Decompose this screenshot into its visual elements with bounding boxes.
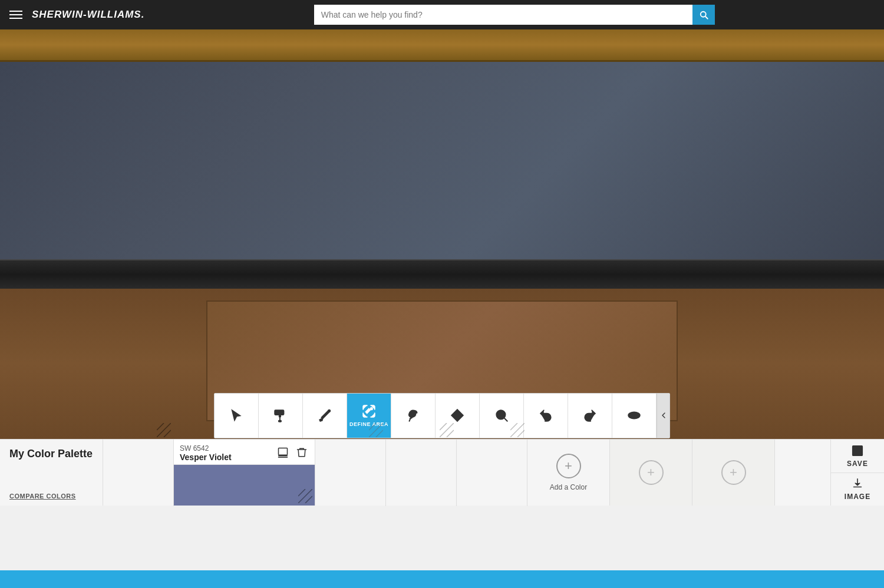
upper-cabinets — [0, 29, 884, 62]
save-label: SAVE — [847, 460, 868, 468]
swatch-delete-button[interactable] — [295, 445, 309, 461]
bottom-bar — [0, 570, 884, 588]
svg-point-6 — [632, 414, 636, 418]
swatch-name: Vesper Violet — [180, 452, 232, 462]
active-color-swatch[interactable]: SW 6542 Vesper Violet — [174, 440, 315, 506]
kitchen-scene — [0, 29, 884, 439]
svg-rect-8 — [853, 446, 863, 456]
swatch-pattern-1 — [157, 423, 171, 437]
swatch-action-icons — [276, 445, 309, 461]
palette-label-section: My Color Palette COMPARE COLORS — [0, 440, 103, 506]
search-input[interactable] — [314, 5, 692, 25]
swatch-code: SW 6542 — [180, 444, 272, 452]
compare-colors-button[interactable]: COMPARE COLORS — [9, 493, 93, 500]
undo-button[interactable] — [524, 394, 568, 438]
color-swatch-5[interactable] — [457, 440, 527, 506]
active-swatch-info: SW 6542 Vesper Violet — [180, 444, 272, 462]
search-bar — [314, 5, 715, 25]
image-label: IMAGE — [845, 493, 870, 501]
swatch-pattern-4 — [440, 423, 454, 437]
svg-rect-7 — [279, 448, 288, 455]
svg-rect-1 — [279, 421, 281, 422]
save-button[interactable]: SAVE — [831, 440, 884, 473]
palette-bar: My Color Palette COMPARE COLORS SW 6542 … — [0, 439, 884, 506]
wall — [0, 29, 884, 277]
svg-rect-0 — [275, 410, 283, 415]
color-swatch-1[interactable] — [103, 440, 174, 506]
active-swatch-color-block — [174, 465, 315, 506]
svg-point-3 — [371, 408, 372, 409]
swatch-layers-button[interactable] — [276, 445, 290, 461]
select-tool-button[interactable] — [215, 394, 259, 438]
palette-actions: SAVE IMAGE — [830, 440, 884, 506]
swatch-pattern-3 — [369, 423, 383, 437]
hamburger-icon — [9, 11, 22, 19]
active-swatch-header: SW 6542 Vesper Violet — [174, 440, 315, 465]
main-image-area: DEFINE AREA — [0, 29, 884, 439]
redo-button[interactable] — [568, 394, 612, 438]
paint-roller-button[interactable] — [259, 394, 303, 438]
color-swatch-3[interactable] — [315, 440, 386, 506]
collapse-button[interactable] — [657, 394, 669, 438]
add-color-circle-1: + — [556, 454, 581, 478]
svg-point-2 — [328, 410, 330, 412]
header: Sherwin-Williams. — [0, 0, 884, 29]
add-color-label-1: Add a Color — [550, 483, 587, 491]
eyedropper-button[interactable] — [303, 394, 347, 438]
hamburger-menu-button[interactable] — [9, 11, 22, 19]
active-swatch-pattern — [298, 489, 312, 503]
add-color-button-1[interactable]: + Add a Color — [527, 440, 610, 506]
lasso-tool-button[interactable] — [391, 394, 436, 438]
brand-logo: Sherwin-Williams. — [32, 9, 144, 21]
counter — [0, 259, 884, 289]
swatch-pattern-5 — [510, 423, 525, 437]
image-button[interactable]: IMAGE — [831, 473, 884, 506]
empty-swatch-1[interactable]: + — [610, 440, 692, 506]
color-swatch-4[interactable] — [386, 440, 457, 506]
palette-title: My Color Palette — [9, 448, 93, 461]
preview-button[interactable] — [612, 394, 657, 438]
empty-swatch-2[interactable]: + — [692, 440, 775, 506]
search-button[interactable] — [692, 5, 715, 25]
